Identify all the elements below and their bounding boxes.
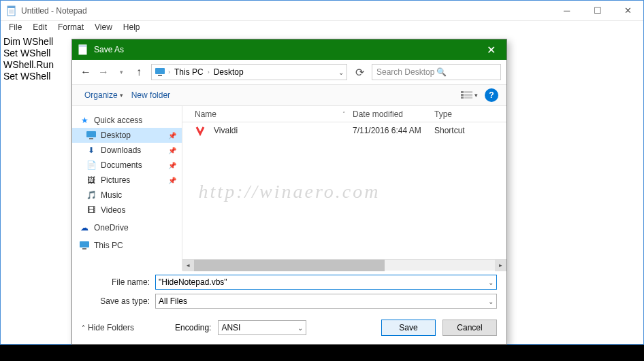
filename-label: File name: (82, 277, 155, 287)
notepad-titlebar: Untitled - Notepad ─ ☐ ✕ (1, 1, 643, 21)
nav-tree: ★ Quick access Desktop 📌 ⬇ Downloads 📌 📄… (72, 106, 182, 271)
monitor-icon (79, 240, 90, 251)
svg-rect-12 (464, 94, 472, 96)
tree-downloads[interactable]: ⬇ Downloads 📌 (72, 143, 182, 158)
chevron-down-icon[interactable]: ⌄ (488, 279, 494, 286)
pin-icon: 📌 (168, 162, 176, 169)
svg-rect-9 (461, 91, 464, 93)
notepad-title: Untitled - Notepad (21, 6, 551, 16)
svg-rect-14 (464, 97, 472, 99)
notepad-icon (6, 5, 17, 16)
encoding-select[interactable]: ANSI ⌄ (218, 320, 306, 335)
chevron-down-icon[interactable]: ⌄ (488, 298, 494, 305)
organize-button[interactable]: Organize▾ (80, 88, 127, 103)
list-item[interactable]: Vivaldi 7/11/2016 6:44 AM Shortcut (182, 122, 506, 139)
breadcrumb-desktop[interactable]: Desktop (212, 67, 245, 77)
svg-rect-6 (79, 45, 86, 47)
forward-button[interactable]: → (95, 64, 112, 80)
menu-format[interactable]: Format (52, 21, 89, 35)
breadcrumb-thispc[interactable]: This PC (173, 67, 205, 77)
svg-rect-15 (86, 131, 96, 137)
music-icon: 🎵 (86, 190, 97, 201)
saveas-title: Save As (94, 45, 476, 54)
filename-input[interactable]: "HideNotepad.vbs" ⌄ (155, 275, 497, 290)
view-button[interactable]: ▾ (461, 90, 478, 100)
svg-rect-1 (7, 6, 15, 8)
svg-rect-13 (461, 97, 464, 99)
maximize-button[interactable]: ☐ (582, 1, 613, 21)
column-name[interactable]: Name˄ (182, 109, 353, 119)
svg-rect-8 (158, 75, 162, 76)
scroll-thumb[interactable] (194, 260, 385, 271)
tree-videos[interactable]: 🎞 Videos (72, 203, 182, 218)
list-header: Name˄ Date modified Type (182, 106, 506, 122)
notepad-icon (78, 44, 88, 55)
tree-pictures[interactable]: 🖼 Pictures 📌 (72, 173, 182, 188)
file-type: Shortcut (434, 126, 506, 135)
column-type[interactable]: Type (434, 109, 506, 119)
svg-rect-17 (80, 241, 89, 247)
svg-rect-11 (461, 94, 464, 96)
address-bar[interactable]: › This PC › Desktop ⌄ (151, 64, 347, 80)
recent-dropdown[interactable]: ▾ (113, 64, 129, 80)
pin-icon: 📌 (168, 147, 176, 154)
svg-rect-16 (89, 138, 93, 139)
hidefolders-button[interactable]: ˄ Hide Folders (82, 323, 134, 332)
saveas-titlebar: Save As ✕ (72, 39, 506, 60)
file-list: Name˄ Date modified Type Vivaldi 7/11/20… (182, 106, 506, 271)
nav-bar: ← → ▾ ↑ › This PC › Desktop ⌄ ⟳ Search D… (72, 60, 506, 84)
menu-file[interactable]: File (3, 21, 27, 35)
sort-up-icon: ˄ (342, 111, 346, 118)
svg-rect-7 (155, 68, 165, 74)
tree-desktop[interactable]: Desktop 📌 (72, 128, 182, 143)
menu-help[interactable]: Help (118, 21, 146, 35)
chevron-down-icon[interactable]: ⌄ (297, 324, 303, 332)
document-icon: 📄 (86, 160, 97, 171)
menu-edit[interactable]: Edit (27, 21, 52, 35)
monitor-icon (155, 67, 165, 78)
svg-rect-18 (82, 248, 86, 250)
tree-music[interactable]: 🎵 Music (72, 188, 182, 203)
help-button[interactable]: ? (485, 88, 498, 102)
svg-rect-10 (464, 91, 472, 93)
minimize-button[interactable]: ─ (551, 1, 582, 21)
back-button[interactable]: ← (78, 64, 94, 80)
chevron-right-icon: › (168, 69, 170, 75)
search-icon: 🔍 (436, 67, 496, 77)
save-button[interactable]: Save (381, 320, 436, 336)
pin-icon: 📌 (168, 177, 176, 184)
search-input[interactable]: Search Desktop 🔍 (372, 64, 501, 80)
view-icon (461, 90, 473, 100)
refresh-button[interactable]: ⟳ (351, 64, 368, 80)
file-name: Vivaldi (214, 126, 238, 135)
horizontal-scrollbar[interactable]: ◂ ▸ (182, 259, 506, 271)
videos-icon: 🎞 (86, 205, 97, 216)
saveas-dialog: Save As ✕ ← → ▾ ↑ › This PC › Desktop ⌄ … (71, 39, 507, 345)
desktop-icon (86, 130, 97, 141)
search-placeholder: Search Desktop (376, 67, 436, 77)
chevron-up-icon: ˄ (82, 324, 85, 332)
file-date: 7/11/2016 6:44 AM (353, 126, 434, 135)
saveastype-label: Save as type: (82, 296, 155, 306)
tree-thispc[interactable]: This PC (72, 238, 182, 253)
star-icon: ★ (79, 115, 90, 126)
column-date[interactable]: Date modified (353, 109, 434, 119)
menu-view[interactable]: View (89, 21, 118, 35)
address-dropdown[interactable]: ⌄ (338, 69, 344, 76)
up-button[interactable]: ↑ (131, 64, 147, 80)
onedrive-icon: ☁ (79, 222, 90, 233)
vivaldi-icon (195, 125, 206, 136)
tree-onedrive[interactable]: ☁ OneDrive (72, 220, 182, 235)
chevron-right-icon: › (208, 69, 210, 75)
saveastype-select[interactable]: All Files ⌄ (155, 294, 497, 309)
tree-quickaccess[interactable]: ★ Quick access (72, 113, 182, 128)
cancel-button[interactable]: Cancel (442, 320, 497, 336)
tree-documents[interactable]: 📄 Documents 📌 (72, 158, 182, 173)
pictures-icon: 🖼 (86, 175, 97, 186)
scroll-left-icon[interactable]: ◂ (182, 260, 194, 271)
close-button[interactable]: ✕ (613, 1, 643, 21)
scroll-right-icon[interactable]: ▸ (495, 260, 506, 271)
newfolder-button[interactable]: New folder (127, 88, 174, 103)
dialog-close-button[interactable]: ✕ (476, 39, 506, 60)
pin-icon: 📌 (168, 132, 176, 139)
